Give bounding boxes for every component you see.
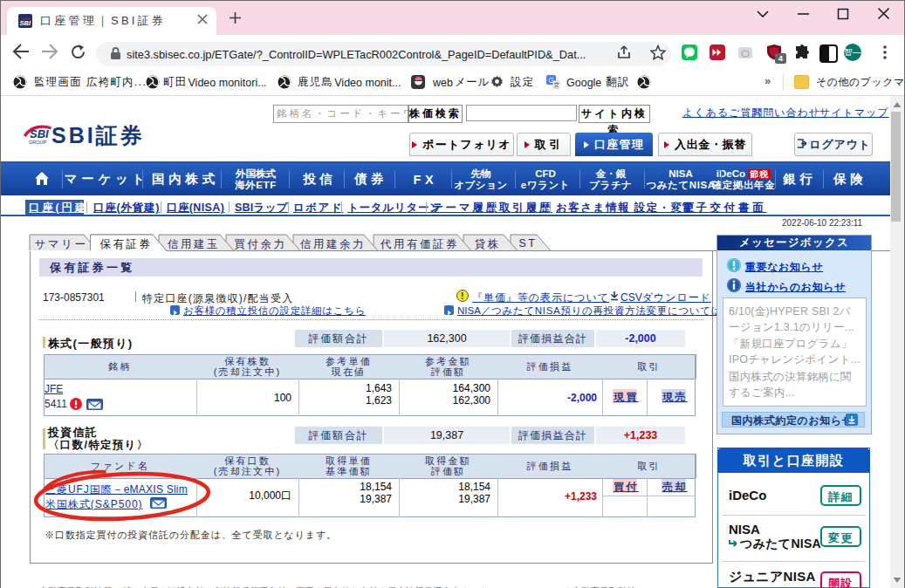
svg-text:SBI: SBI bbox=[30, 127, 49, 140]
svg-text:!: ! bbox=[461, 291, 463, 301]
svg-text:SBI証券: SBI証券 bbox=[51, 123, 145, 147]
svg-text:SBI: SBI bbox=[20, 19, 31, 27]
svg-text:GROUP: GROUP bbox=[29, 140, 47, 145]
